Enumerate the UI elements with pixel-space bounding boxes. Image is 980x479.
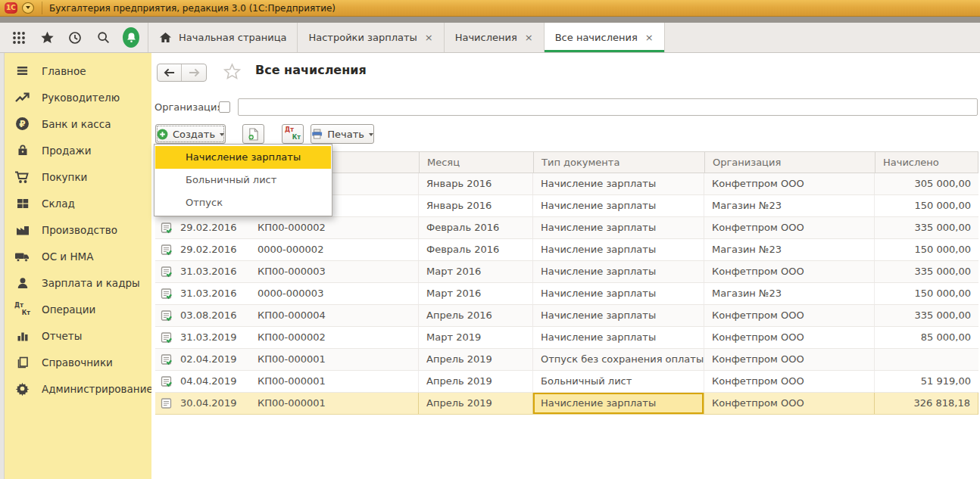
sidebar-item-0[interactable]: Главное bbox=[0, 58, 151, 84]
sidebar-item-6[interactable]: Производство bbox=[0, 216, 151, 243]
cell-organization: Конфетпром ООО bbox=[704, 305, 875, 326]
table-row[interactable]: 30.04.2019КП00-000001Апрель 2019Начислен… bbox=[155, 393, 978, 415]
tab-1[interactable]: Настройки зарплаты× bbox=[298, 23, 444, 52]
sidebar-item-label: Отчеты bbox=[42, 330, 82, 342]
sidebar-item-label: Покупки bbox=[42, 171, 87, 183]
cell-date: 31.03.2016 bbox=[180, 261, 257, 282]
table-row[interactable]: 29.02.2016КП00-000002Февраль 2016Начисле… bbox=[155, 217, 978, 239]
tab-2[interactable]: Начисления× bbox=[445, 23, 545, 52]
document-posted-icon bbox=[161, 375, 173, 387]
sidebar-item-5[interactable]: Склад bbox=[0, 190, 151, 216]
dropdown-item-0[interactable]: Начисление зарплаты bbox=[155, 146, 331, 169]
sidebar-item-8[interactable]: Зарплата и кадры bbox=[0, 269, 151, 296]
close-icon[interactable]: × bbox=[525, 33, 533, 42]
window-title: Бухгалтерия предприятия, редакция 3.0 (1… bbox=[49, 0, 336, 17]
column-header[interactable]: Организация bbox=[705, 152, 875, 173]
cell-doc-type[interactable]: Начисление зарплаты bbox=[533, 393, 704, 414]
cell-doc-type: Начисление зарплаты bbox=[533, 305, 704, 326]
cell-doc-type: Начисление зарплаты bbox=[533, 327, 704, 348]
document-posted-icon bbox=[161, 353, 173, 365]
sidebar-item-label: Главное bbox=[42, 65, 86, 77]
window-frame-strip bbox=[0, 17, 980, 23]
cell-number: КП00-000001 bbox=[257, 393, 326, 414]
cell-organization: Конфетпром ООО bbox=[704, 327, 875, 348]
cell-date: 29.02.2016 bbox=[180, 239, 257, 260]
table-row[interactable]: 31.03.2019КП00-000002Март 2019Начисление… bbox=[155, 327, 978, 349]
star-outline-icon bbox=[223, 63, 242, 81]
chevron-down-icon bbox=[26, 6, 30, 11]
cell-month: Апрель 2016 bbox=[419, 305, 533, 326]
notifications-bell-icon[interactable] bbox=[123, 30, 139, 46]
document-icon bbox=[161, 397, 173, 409]
sidebar-item-12[interactable]: Администрирование bbox=[0, 375, 151, 402]
apps-grid-icon[interactable] bbox=[11, 30, 27, 46]
tab-label: Все начисления bbox=[555, 32, 638, 43]
favorites-star-icon[interactable] bbox=[39, 30, 55, 46]
dtkt-postings-button[interactable]: ДтКт bbox=[282, 124, 304, 144]
cell-date: 29.02.2016 bbox=[180, 217, 257, 238]
close-icon[interactable]: × bbox=[645, 33, 654, 42]
tab-3[interactable]: Все начисления× bbox=[545, 23, 665, 52]
chevron-down-icon bbox=[220, 133, 224, 138]
window-left-frame bbox=[0, 53, 5, 479]
sidebar-item-4[interactable]: Покупки bbox=[0, 163, 151, 190]
tab-label: Начальная страница bbox=[179, 32, 286, 43]
print-button-label: Печать bbox=[327, 129, 364, 140]
app-window: 1С Бухгалтерия предприятия, редакция 3.0… bbox=[0, 0, 980, 479]
cell-organization: Магазин №23 bbox=[704, 195, 875, 216]
cell-date: 30.04.2019 bbox=[180, 393, 257, 414]
table-row[interactable]: 31.03.20160000-000003Март 2016Начисление… bbox=[155, 283, 978, 305]
document-posted-icon bbox=[161, 331, 173, 344]
table-row[interactable]: 04.04.2019КП00-000001Апрель 2019Больничн… bbox=[155, 371, 978, 393]
cell-amount: 150 000,00 bbox=[875, 239, 978, 260]
menu-icon bbox=[14, 63, 30, 79]
tab-bar: Начальная страницаНастройки зарплаты×Нач… bbox=[0, 23, 980, 53]
1c-logo: 1С bbox=[5, 2, 17, 14]
history-clock-icon[interactable] bbox=[67, 30, 83, 46]
sidebar-item-3[interactable]: Продажи bbox=[0, 137, 151, 163]
sidebar-item-label: ОС и НМА bbox=[42, 250, 93, 263]
sidebar-item-1[interactable]: Руководителю bbox=[0, 84, 151, 110]
favorite-star-button[interactable] bbox=[223, 63, 242, 84]
cell-month: Январь 2016 bbox=[419, 173, 533, 194]
gear-icon bbox=[14, 381, 30, 397]
cell-amount: 335 000,00 bbox=[875, 217, 978, 238]
sidebar-item-11[interactable]: Справочники bbox=[0, 349, 151, 375]
cell-date-number: 31.03.20160000-000003 bbox=[155, 283, 419, 304]
system-menu-button[interactable] bbox=[22, 2, 34, 14]
tab-bar-tabs: Начальная страницаНастройки зарплаты×Нач… bbox=[148, 23, 665, 52]
cell-doc-type: Начисление зарплаты bbox=[533, 195, 704, 216]
tab-0[interactable]: Начальная страница bbox=[148, 23, 298, 52]
organization-filter-checkbox[interactable] bbox=[219, 101, 230, 113]
sidebar-item-10[interactable]: Отчеты bbox=[0, 322, 151, 349]
create-button[interactable]: Создать bbox=[155, 124, 226, 144]
create-by-copy-button[interactable] bbox=[242, 124, 264, 144]
table-row[interactable]: 02.04.2019КП00-000001Апрель 2019Отпуск б… bbox=[155, 349, 978, 371]
sidebar-item-label: Зарплата и кадры bbox=[42, 277, 140, 289]
cell-number: КП00-000003 bbox=[257, 261, 326, 282]
cell-amount bbox=[875, 349, 978, 370]
print-button[interactable]: Печать bbox=[311, 124, 374, 144]
sidebar-item-2[interactable]: ₽Банк и касса bbox=[0, 110, 151, 137]
cell-month: Февраль 2016 bbox=[419, 239, 533, 260]
sidebar-item-9[interactable]: ДтКтОперации bbox=[0, 296, 151, 322]
organization-filter-input[interactable] bbox=[238, 98, 978, 116]
close-icon[interactable]: × bbox=[425, 33, 433, 42]
column-header[interactable]: Месяц bbox=[420, 152, 534, 173]
table-row[interactable]: 29.02.20160000-000002Февраль 2016Начисле… bbox=[155, 239, 978, 261]
table-row[interactable]: 03.08.2016КП00-000004Апрель 2016Начислен… bbox=[155, 305, 978, 327]
search-icon[interactable] bbox=[95, 30, 111, 46]
dropdown-item-1[interactable]: Больничный лист bbox=[155, 169, 331, 191]
sidebar-item-7[interactable]: ОС и НМА bbox=[0, 243, 151, 269]
column-header[interactable]: Начислено bbox=[875, 152, 979, 173]
factory-icon bbox=[14, 222, 30, 238]
main-panel: Все начисления Организация: Создать ДтКт bbox=[151, 53, 980, 479]
forward-button[interactable] bbox=[182, 64, 206, 81]
dropdown-item-2[interactable]: Отпуск bbox=[155, 191, 331, 214]
cell-amount: 335 000,00 bbox=[875, 261, 978, 282]
cell-amount: 51 919,00 bbox=[875, 371, 978, 392]
back-button[interactable] bbox=[158, 64, 182, 81]
column-header[interactable]: Тип документа bbox=[534, 152, 705, 173]
sidebar-item-label: Продажи bbox=[42, 145, 92, 157]
table-row[interactable]: 31.03.2016КП00-000003Март 2016Начисление… bbox=[155, 261, 978, 283]
